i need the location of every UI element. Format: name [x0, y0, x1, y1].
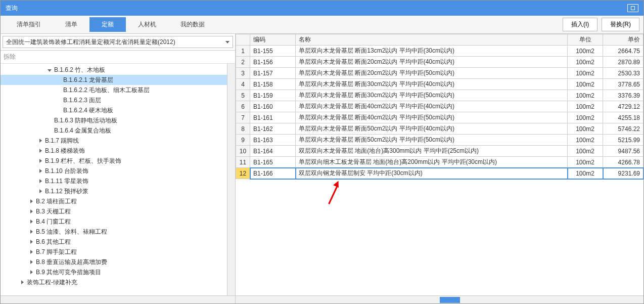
tree-item[interactable]: B.7 脚手架工程	[1, 247, 227, 257]
toolbar: 清单指引清单定额人材机我的数据 插入(I) 替换(R)	[1, 16, 643, 34]
tree-item[interactable]: B.4 门窗工程	[1, 216, 227, 227]
table-row[interactable]: 7B1-161单层双向木龙骨基层 断面40cm2以内 平均中距(50cm以内)1…	[236, 112, 643, 123]
cell: 4729.12	[603, 101, 643, 112]
tree-label: B.4 门窗工程	[36, 218, 71, 226]
expand-icon[interactable]	[20, 280, 25, 285]
tree-label: B.2 墙柱面工程	[36, 197, 77, 206]
tab-2[interactable]: 定额	[89, 17, 126, 32]
tree-item[interactable]: B.1.6.2.1 龙骨基层	[1, 75, 227, 85]
tree-label: B.1.6.2.3 面层	[63, 96, 101, 105]
cell: 单层双向木龙骨基层 断面40cm2以内 平均中距(40cm以内)	[296, 101, 568, 112]
tree-item[interactable]: B.1.8 楼梯装饰	[1, 146, 227, 156]
cell: 5	[236, 90, 250, 101]
tree-label: B.7 脚手架工程	[36, 248, 77, 256]
expand-icon[interactable]	[29, 270, 34, 275]
table-row[interactable]: 1B1-155单层双向木龙骨基层 断面13cm2以内 平均中距(30cm以内)1…	[236, 46, 643, 57]
expand-icon[interactable]	[38, 138, 43, 144]
expand-icon[interactable]	[29, 209, 34, 214]
table-row[interactable]: 3B1-157单层双向木龙骨基层 断面20cm2以内 平均中距(50cm以内)1…	[236, 68, 643, 79]
expand-icon[interactable]	[38, 148, 43, 154]
tree-item[interactable]: B.8 垂直运输及超高增加费	[1, 257, 227, 267]
category-tree: B.1.6.2 竹、木地板B.1.6.2.1 龙骨基层B.1.6.2.2 毛地板…	[1, 64, 227, 295]
cell: 100m2	[568, 101, 603, 112]
table-row[interactable]: 5B1-159单层双向木龙骨基层 断面30cm2以内 平均中距(50cm以内)1…	[236, 90, 643, 101]
tree-item[interactable]: B.9 其他可竞争措施项目	[1, 267, 227, 277]
cell: B1-163	[250, 135, 296, 146]
col-header-name[interactable]: 名称	[296, 34, 568, 46]
table-row[interactable]: 2B1-156单层双向木龙骨基层 断面20cm2以内 平均中距(40cm以内)1…	[236, 57, 643, 68]
cell: 单层双向木龙骨基层 断面50cm2以内 平均中距(50cm以内)	[296, 135, 568, 146]
expand-icon[interactable]	[29, 259, 34, 265]
table-row[interactable]: 11B1-165单层双向细木工板龙骨基层 地面(地台)高200mm以内 平均中距…	[236, 157, 643, 168]
cell: 单层双向木龙骨基层 断面20cm2以内 平均中距(50cm以内)	[296, 68, 568, 79]
table-row[interactable]: 9B1-163单层双向木龙骨基层 断面50cm2以内 平均中距(50cm以内)1…	[236, 135, 643, 146]
tree-item[interactable]: B.1.6.2.2 毛地板、细木工板基层	[1, 85, 227, 95]
tree-item[interactable]: 装饰工程-绿建补充	[1, 277, 227, 287]
table-row[interactable]: 4B1-158单层双向木龙骨基层 断面30cm2以内 平均中距(40cm以内)1…	[236, 79, 643, 90]
right-h-scrollbar[interactable]	[236, 295, 643, 303]
tree-item[interactable]: B.1.12 预拌砂浆	[1, 186, 227, 196]
expand-icon[interactable]	[29, 249, 34, 255]
cell: 5215.99	[603, 135, 643, 146]
tree-label: B.1.6.2.2 毛地板、细木工板基层	[63, 86, 150, 95]
cell: 100m2	[568, 112, 603, 123]
cell: B1-160	[250, 101, 296, 112]
expand-icon[interactable]	[29, 219, 34, 225]
table-row[interactable]: 6B1-160单层双向木龙骨基层 断面40cm2以内 平均中距(40cm以内)1…	[236, 101, 643, 112]
table-row[interactable]: 8B1-162单层双向木龙骨基层 断面50cm2以内 平均中距(40cm以内)1…	[236, 123, 643, 135]
expand-icon[interactable]	[38, 158, 43, 164]
cell: 单层双向木龙骨基层 断面13cm2以内 平均中距(30cm以内)	[296, 46, 568, 57]
expand-icon[interactable]	[38, 168, 43, 174]
tab-4[interactable]: 我的数据	[168, 17, 217, 32]
cell: 9	[236, 135, 250, 146]
expand-icon[interactable]	[38, 179, 43, 184]
cell: B1-155	[250, 46, 296, 57]
cell: 100m2	[568, 57, 603, 68]
tree-item[interactable]: B.1.6.2 竹、木地板	[1, 65, 227, 75]
tree-item[interactable]: B.1.9 栏杆、栏板、扶手装饰	[1, 156, 227, 166]
tree-item[interactable]: B.1.6.2.4 硬木地板	[1, 105, 227, 115]
tree-item[interactable]: B.1.7 踢脚线	[1, 136, 227, 146]
tree-item[interactable]: B.1.6.3 防静电活动地板	[1, 115, 227, 125]
dataset-selector[interactable]: 全国统一建筑装饰装修工程消耗量定额河北省消耗量定额(2012)	[3, 36, 233, 48]
tree-label: B.3 天棚工程	[36, 207, 71, 216]
dataset-value: 全国统一建筑装饰装修工程消耗量定额河北省消耗量定额(2012)	[6, 38, 175, 47]
cell: 12	[236, 168, 250, 179]
table-row[interactable]: 12B1-166双层双向钢龙骨基层制安 平均中距(30cm以内)100m2923…	[236, 168, 643, 179]
tree-item[interactable]: B.1.10 台阶装饰	[1, 166, 227, 176]
col-header-row[interactable]	[236, 34, 250, 46]
tree-item[interactable]: B.6 其他工程	[1, 237, 227, 247]
cell: 3	[236, 68, 250, 79]
col-header-price[interactable]: 单价	[603, 34, 643, 46]
cell: 6	[236, 101, 250, 112]
table-row[interactable]: 10B1-164双层双向木龙骨基层 地面(地台)高300mm以内 平均中距(25…	[236, 146, 643, 157]
tree-scrollbar[interactable]	[227, 64, 235, 295]
right-pane: 编码名称单位单价1B1-155单层双向木龙骨基层 断面13cm2以内 平均中距(…	[236, 34, 643, 303]
insert-button[interactable]: 插入(I)	[563, 18, 597, 31]
tree-label: B.1.9 栏杆、栏板、扶手装饰	[45, 157, 121, 165]
expand-icon[interactable]	[38, 189, 43, 194]
expand-icon[interactable]	[29, 229, 34, 235]
titlebar: 查询	[1, 1, 643, 16]
tree-item[interactable]: B.5 油漆、涂料、裱糊工程	[1, 227, 227, 237]
tab-1[interactable]: 清单	[53, 17, 89, 32]
col-header-unit[interactable]: 单位	[568, 34, 603, 46]
tab-0[interactable]: 清单指引	[5, 17, 53, 32]
tree-item[interactable]: B.1.6.2.3 面层	[1, 95, 227, 105]
cell: 7	[236, 112, 250, 123]
tree-item[interactable]: B.1.6.4 金属复合地板	[1, 125, 227, 136]
left-h-scrollbar[interactable]	[1, 295, 235, 303]
tree-item[interactable]: B.1.11 零星装饰	[1, 176, 227, 186]
maximize-icon[interactable]	[627, 4, 638, 12]
replace-button[interactable]: 替换(R)	[602, 18, 639, 31]
filter-row[interactable]: 拆除	[1, 51, 235, 64]
col-header-code[interactable]: 编码	[250, 34, 296, 46]
cell: 100m2	[568, 168, 603, 179]
cell: 单层双向木龙骨基层 断面40cm2以内 平均中距(50cm以内)	[296, 112, 568, 123]
collapse-icon[interactable]	[47, 67, 52, 73]
tab-3[interactable]: 人材机	[126, 17, 168, 32]
tree-item[interactable]: B.3 天棚工程	[1, 206, 227, 216]
expand-icon[interactable]	[29, 199, 34, 204]
expand-icon[interactable]	[29, 239, 34, 245]
tree-item[interactable]: B.2 墙柱面工程	[1, 196, 227, 206]
